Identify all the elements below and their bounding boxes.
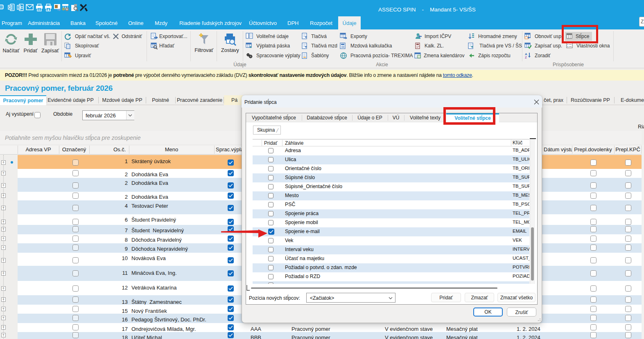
svg-text:Z: Z	[525, 56, 527, 59]
